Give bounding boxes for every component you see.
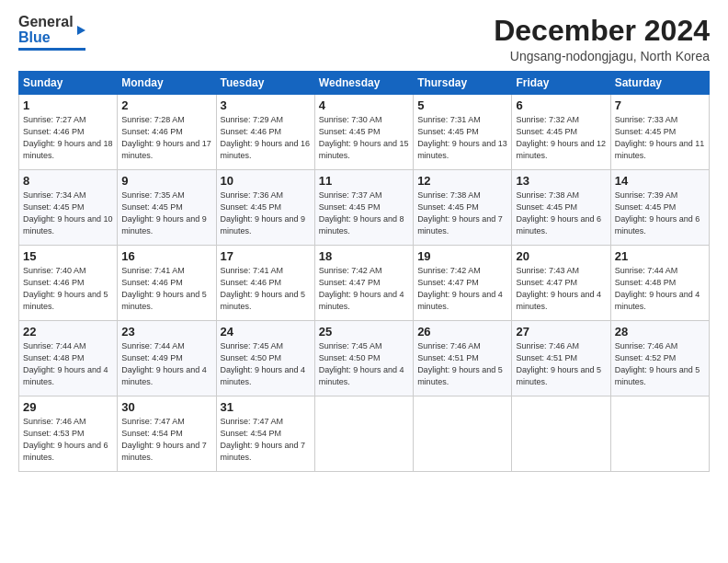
day-26: 26 Sunrise: 7:46 AMSunset: 4:51 PMDaylig… [414, 321, 512, 396]
day-4: 4 Sunrise: 7:30 AMSunset: 4:45 PMDayligh… [314, 95, 413, 170]
logo: General Blue [18, 15, 85, 51]
month-title: December 2024 [494, 15, 710, 47]
day-31: 31 Sunrise: 7:47 AMSunset: 4:54 PMDaylig… [216, 396, 314, 472]
day-27: 27 Sunrise: 7:46 AMSunset: 4:51 PMDaylig… [512, 321, 610, 396]
col-tuesday: Tuesday [216, 72, 314, 95]
day-29: 29 Sunrise: 7:46 AMSunset: 4:53 PMDaylig… [19, 396, 118, 472]
day-24: 24 Sunrise: 7:45 AMSunset: 4:50 PMDaylig… [216, 321, 314, 396]
day-11: 11 Sunrise: 7:37 AMSunset: 4:45 PMDaylig… [314, 170, 413, 246]
day-19: 19 Sunrise: 7:42 AMSunset: 4:47 PMDaylig… [414, 246, 512, 321]
col-saturday: Saturday [610, 72, 709, 95]
col-friday: Friday [512, 72, 610, 95]
logo-general: General [18, 15, 74, 30]
day-22: 22 Sunrise: 7:44 AMSunset: 4:48 PMDaylig… [19, 321, 118, 396]
location: Ungsang-nodongjagu, North Korea [494, 49, 710, 63]
day-17: 17 Sunrise: 7:41 AMSunset: 4:46 PMDaylig… [216, 246, 314, 321]
day-13: 13 Sunrise: 7:38 AMSunset: 4:45 PMDaylig… [512, 170, 610, 246]
calendar: Sunday Monday Tuesday Wednesday Thursday… [18, 71, 710, 472]
col-monday: Monday [118, 72, 216, 95]
week-row-4: 22 Sunrise: 7:44 AMSunset: 4:48 PMDaylig… [19, 321, 710, 396]
header: General Blue December 2024 Ungsang-nodon… [18, 15, 710, 63]
col-sunday: Sunday [19, 72, 118, 95]
day-23: 23 Sunrise: 7:44 AMSunset: 4:49 PMDaylig… [118, 321, 216, 396]
day-5: 5 Sunrise: 7:31 AMSunset: 4:45 PMDayligh… [414, 95, 512, 170]
day-20: 20 Sunrise: 7:43 AMSunset: 4:47 PMDaylig… [512, 246, 610, 321]
day-14: 14 Sunrise: 7:39 AMSunset: 4:45 PMDaylig… [610, 170, 709, 246]
day-empty [314, 396, 413, 472]
day-empty [414, 396, 512, 472]
day-12: 12 Sunrise: 7:38 AMSunset: 4:45 PMDaylig… [414, 170, 512, 246]
page: General Blue December 2024 Ungsang-nodon… [0, 0, 728, 563]
day-15: 15 Sunrise: 7:40 AMSunset: 4:46 PMDaylig… [19, 246, 118, 321]
col-thursday: Thursday [414, 72, 512, 95]
week-row-3: 15 Sunrise: 7:40 AMSunset: 4:46 PMDaylig… [19, 246, 710, 321]
logo-blue: Blue [18, 30, 74, 46]
day-1: 1 Sunrise: 7:27 AMSunset: 4:46 PMDayligh… [19, 95, 118, 170]
day-30: 30 Sunrise: 7:47 AMSunset: 4:54 PMDaylig… [118, 396, 216, 472]
header-row: Sunday Monday Tuesday Wednesday Thursday… [19, 72, 710, 95]
day-28: 28 Sunrise: 7:46 AMSunset: 4:52 PMDaylig… [610, 321, 709, 396]
week-row-1: 1 Sunrise: 7:27 AMSunset: 4:46 PMDayligh… [19, 95, 710, 170]
day-2: 2 Sunrise: 7:28 AMSunset: 4:46 PMDayligh… [118, 95, 216, 170]
day-7: 7 Sunrise: 7:33 AMSunset: 4:45 PMDayligh… [610, 95, 709, 170]
day-3: 3 Sunrise: 7:29 AMSunset: 4:46 PMDayligh… [216, 95, 314, 170]
day-21: 21 Sunrise: 7:44 AMSunset: 4:48 PMDaylig… [610, 246, 709, 321]
day-16: 16 Sunrise: 7:41 AMSunset: 4:46 PMDaylig… [118, 246, 216, 321]
day-empty [610, 396, 709, 472]
week-row-5: 29 Sunrise: 7:46 AMSunset: 4:53 PMDaylig… [19, 396, 710, 472]
day-8: 8 Sunrise: 7:34 AMSunset: 4:45 PMDayligh… [19, 170, 118, 246]
day-6: 6 Sunrise: 7:32 AMSunset: 4:45 PMDayligh… [512, 95, 610, 170]
day-empty [512, 396, 610, 472]
title-section: December 2024 Ungsang-nodongjagu, North … [494, 15, 710, 63]
logo-arrow-icon [77, 26, 85, 35]
col-wednesday: Wednesday [314, 72, 413, 95]
logo-underline [18, 48, 85, 51]
logo-arrow-container [77, 26, 85, 35]
day-25: 25 Sunrise: 7:45 AMSunset: 4:50 PMDaylig… [314, 321, 413, 396]
day-9: 9 Sunrise: 7:35 AMSunset: 4:45 PMDayligh… [118, 170, 216, 246]
week-row-2: 8 Sunrise: 7:34 AMSunset: 4:45 PMDayligh… [19, 170, 710, 246]
day-10: 10 Sunrise: 7:36 AMSunset: 4:45 PMDaylig… [216, 170, 314, 246]
day-18: 18 Sunrise: 7:42 AMSunset: 4:47 PMDaylig… [314, 246, 413, 321]
